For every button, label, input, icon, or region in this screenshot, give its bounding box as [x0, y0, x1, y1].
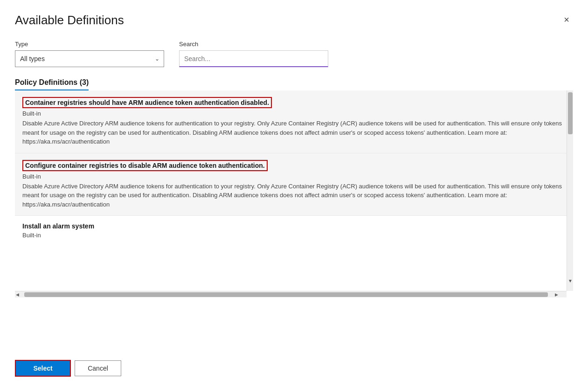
search-label: Search	[179, 41, 328, 48]
list-wrapper: Container registries should have ARM aud…	[15, 90, 573, 352]
policy-type-3: Built-in	[22, 232, 566, 239]
policy-desc-1: Disable Azure Active Directory ARM audie…	[22, 119, 566, 146]
available-definitions-dialog: Available Definitions × Type All types B…	[0, 0, 588, 386]
filters-row: Type All types Built-in Custom Static ⌄ …	[15, 41, 573, 67]
search-input[interactable]	[179, 50, 328, 67]
section-header-wrapper: Policy Definitions (3)	[15, 78, 573, 90]
dialog-title: Available Definitions	[15, 13, 124, 28]
type-label: Type	[15, 41, 164, 48]
policy-list[interactable]: Container registries should have ARM aud…	[15, 90, 573, 291]
section-title: Policy Definitions (3)	[15, 78, 89, 86]
dialog-footer: Select Cancel	[15, 352, 573, 386]
policy-title-1: Container registries should have ARM aud…	[22, 97, 272, 108]
vertical-scrollbar[interactable]: ▼	[567, 90, 573, 291]
policy-item-2[interactable]: Configure container registries to disabl…	[15, 153, 573, 216]
search-filter-group: Search	[179, 41, 328, 67]
scroll-down-arrow[interactable]: ▼	[567, 278, 573, 283]
close-button[interactable]: ×	[560, 13, 573, 26]
section-header: Policy Definitions (3)	[15, 78, 89, 90]
dialog-header: Available Definitions ×	[15, 13, 573, 28]
h-scrollbar-thumb	[24, 292, 548, 297]
policy-item-3[interactable]: Install an alarm system Built-in	[15, 216, 573, 247]
type-filter-group: Type All types Built-in Custom Static ⌄	[15, 41, 164, 67]
policy-desc-2: Disable Azure Active Directory ARM audie…	[22, 182, 566, 209]
policy-type-2: Built-in	[22, 173, 566, 180]
policy-title-2: Configure container registries to disabl…	[22, 160, 268, 171]
cancel-button[interactable]: Cancel	[75, 360, 121, 376]
type-select-wrapper: All types Built-in Custom Static ⌄	[15, 50, 164, 67]
h-scroll-right-arrow[interactable]: ▶	[555, 292, 558, 297]
h-scroll-left-arrow[interactable]: ◀	[16, 292, 19, 297]
policy-item-1[interactable]: Container registries should have ARM aud…	[15, 90, 573, 153]
scrollbar-thumb	[568, 92, 573, 134]
policy-type-1: Built-in	[22, 110, 566, 117]
policy-title-3: Install an alarm system	[22, 222, 566, 230]
select-button[interactable]: Select	[15, 360, 71, 377]
horizontal-scrollbar[interactable]: ◀ ▶	[15, 291, 567, 297]
type-select[interactable]: All types Built-in Custom Static	[15, 50, 164, 67]
